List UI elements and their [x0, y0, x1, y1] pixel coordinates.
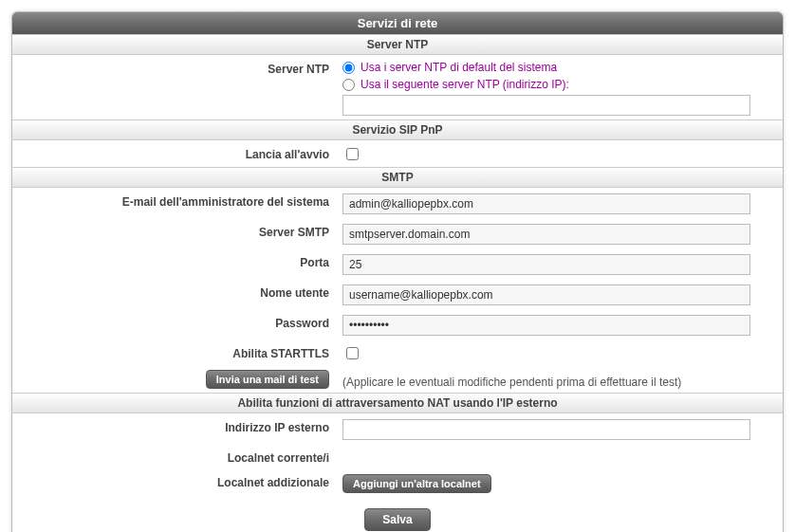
label-additional-localnet: Localnet addizionale — [20, 472, 342, 489]
label-smtp-password: Password — [20, 313, 342, 330]
ntp-radio-default[interactable] — [342, 62, 355, 74]
add-localnet-button[interactable]: Aggiungi un'altra localnet — [342, 474, 491, 493]
label-smtp-port: Porta — [20, 252, 342, 269]
row-sip-pnp-launch: Lancia all'avvio — [12, 140, 783, 167]
smtp-server-input[interactable] — [342, 224, 750, 245]
ntp-option-default-label: Usa i server NTP di default del sistema — [361, 61, 557, 74]
section-header-nat: Abilita funzioni di attraversamento NAT … — [12, 393, 783, 413]
admin-email-input[interactable] — [342, 193, 750, 214]
row-smtp-starttls: Abilita STARTTLS — [12, 339, 783, 366]
row-smtp-test: Invia una mail di test (Applicare le eve… — [12, 366, 783, 393]
label-ntp: Server NTP — [20, 59, 342, 76]
label-admin-email: E-mail dell'amministratore del sistema — [20, 192, 342, 209]
row-smtp-username: Nome utente — [12, 279, 783, 309]
smtp-password-input[interactable] — [342, 315, 750, 336]
network-services-panel: Servizi di rete Server NTP Server NTP Us… — [11, 11, 784, 532]
label-launch-on-boot: Lancia all'avvio — [20, 144, 342, 161]
row-ntp: Server NTP Usa i server NTP di default d… — [12, 55, 783, 119]
ntp-radio-custom[interactable] — [342, 79, 355, 91]
field-launch-on-boot — [342, 144, 775, 163]
smtp-port-input[interactable] — [342, 254, 750, 275]
starttls-checkbox[interactable] — [346, 347, 359, 359]
row-external-ip: Indirizzo IP esterno — [12, 413, 783, 444]
label-smtp-server: Server SMTP — [20, 222, 342, 239]
ntp-option-custom[interactable]: Usa il seguente server NTP (indirizzo IP… — [342, 78, 775, 91]
test-mail-note: (Applicare le eventuali modifiche penden… — [342, 372, 681, 389]
field-ntp: Usa i server NTP di default del sistema … — [342, 59, 775, 116]
ntp-option-custom-label: Usa il seguente server NTP (indirizzo IP… — [361, 78, 569, 91]
launch-on-boot-checkbox[interactable] — [346, 148, 359, 160]
section-header-sip-pnp: Servizio SIP PnP — [12, 119, 783, 140]
label-current-localnet: Localnet corrente/i — [20, 448, 342, 465]
external-ip-input[interactable] — [342, 419, 750, 440]
panel-title: Servizi di rete — [12, 12, 783, 34]
label-smtp-username: Nome utente — [20, 283, 342, 300]
ntp-option-default[interactable]: Usa i server NTP di default del sistema — [342, 61, 775, 74]
save-row: Salva — [12, 497, 783, 532]
row-smtp-password: Password — [12, 309, 783, 339]
row-current-localnet: Localnet corrente/i — [12, 444, 783, 468]
send-test-mail-button[interactable]: Invia una mail di test — [206, 370, 329, 389]
row-smtp-admin-email: E-mail dell'amministratore del sistema — [12, 188, 783, 218]
section-header-ntp: Server NTP — [12, 34, 783, 55]
save-button[interactable]: Salva — [364, 508, 430, 531]
row-smtp-port: Porta — [12, 248, 783, 279]
label-external-ip: Indirizzo IP esterno — [20, 417, 342, 434]
ntp-custom-ip-input[interactable] — [342, 95, 750, 116]
section-header-smtp: SMTP — [12, 167, 783, 188]
smtp-username-input[interactable] — [342, 284, 750, 305]
label-starttls: Abilita STARTTLS — [20, 343, 342, 360]
row-additional-localnet: Localnet addizionale Aggiungi un'altra l… — [12, 468, 783, 497]
row-smtp-server: Server SMTP — [12, 218, 783, 248]
